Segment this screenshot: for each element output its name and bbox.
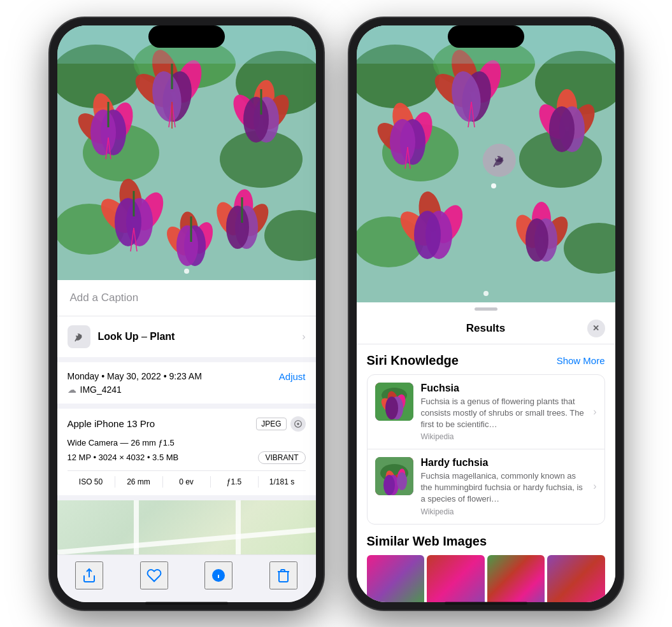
info-button[interactable]: ✦ <box>204 561 232 589</box>
svg-point-32 <box>115 198 141 246</box>
look-up-icon <box>68 325 90 348</box>
siri-knowledge-section: Siri Knowledge Show More <box>357 344 615 525</box>
camera-section: Apple iPhone 13 Pro JPEG Wide Camera — 2… <box>57 409 316 495</box>
similar-image-3[interactable] <box>487 555 545 602</box>
fuchsia-chevron-icon: › <box>593 406 596 418</box>
photo-filename: IMG_4241 <box>80 384 122 395</box>
camera-badges: JPEG <box>256 416 305 432</box>
results-header: Results ✕ <box>357 311 615 344</box>
svg-point-20 <box>90 109 116 155</box>
similar-images-title: Similar Web Images <box>367 534 605 549</box>
results-title: Results <box>385 322 587 335</box>
meta-section: Monday • May 30, 2022 • 9:23 AM Adjust ☁… <box>57 362 316 404</box>
home-indicator-right <box>445 602 527 605</box>
visual-lookup-dot <box>491 183 496 188</box>
fuchsia-name: Fuchsia <box>421 383 586 394</box>
svg-point-76 <box>390 119 415 165</box>
svg-point-83 <box>549 106 575 152</box>
svg-point-107 <box>383 475 395 495</box>
meta-date-row: Monday • May 30, 2022 • 9:23 AM Adjust <box>68 371 306 382</box>
exif-focal: 26 mm <box>115 476 163 488</box>
map-road-h <box>57 527 315 554</box>
flower-image-left <box>57 25 316 280</box>
fuchsia-source: Wikipedia <box>421 432 586 441</box>
vibrant-badge: VIBRANT <box>258 451 305 464</box>
svg-point-44 <box>176 225 198 266</box>
knowledge-item-hardy[interactable]: Hardy fuchsia Fuchsia magellanica, commo… <box>368 449 604 524</box>
format-badge: JPEG <box>256 418 286 430</box>
dynamic-island <box>148 25 225 48</box>
svg-point-27 <box>243 97 269 143</box>
camera-row: Apple iPhone 13 Pro JPEG <box>68 416 306 432</box>
exif-row: ISO 50 26 mm 0 ev ƒ1.5 1/181 s <box>68 470 306 488</box>
svg-point-39 <box>226 206 249 249</box>
phone-screen-right: Results ✕ Siri Knowledge Show More <box>357 25 615 602</box>
camera-model: Apple iPhone 13 Pro <box>68 418 155 429</box>
show-more-button[interactable]: Show More <box>557 355 605 366</box>
exif-shutter: 1/181 s <box>259 476 306 488</box>
hardy-content: Hardy fuchsia Fuchsia magellanica, commo… <box>421 457 586 516</box>
results-panel[interactable]: Results ✕ Siri Knowledge Show More <box>357 302 615 602</box>
exif-aperture: ƒ1.5 <box>211 476 259 488</box>
photo-area-left[interactable] <box>57 25 316 280</box>
similar-web-images-section: Similar Web Images <box>357 525 615 602</box>
map-section[interactable] <box>57 500 316 554</box>
left-phone: Add a Caption Look Up – Plant › <box>50 18 324 610</box>
caption-area[interactable]: Add a Caption <box>57 280 316 316</box>
map-background <box>57 500 316 554</box>
like-button[interactable] <box>140 561 168 589</box>
camera-lens: Wide Camera — 26 mm ƒ1.5 <box>68 438 306 447</box>
svg-point-101 <box>385 397 398 419</box>
photo-area-right[interactable] <box>357 25 615 302</box>
exif-ev: 0 ev <box>163 476 211 488</box>
bottom-toolbar: ✦ <box>57 554 316 602</box>
svg-point-109 <box>397 472 407 490</box>
similar-image-2[interactable] <box>427 555 485 602</box>
photo-dot-right <box>483 291 489 296</box>
map-road-v <box>134 500 139 554</box>
siri-section-header: Siri Knowledge Show More <box>367 353 605 368</box>
map-road-v2 <box>236 500 241 554</box>
siri-knowledge-title: Siri Knowledge <box>367 353 459 368</box>
knowledge-card: Fuchsia Fuchsia is a genus of flowering … <box>367 374 605 525</box>
info-scroll[interactable]: Look Up – Plant › Monday • May 30, 2022 … <box>57 316 316 554</box>
delete-button[interactable] <box>269 561 297 589</box>
photo-dot-indicator <box>184 269 189 274</box>
dynamic-island-right <box>448 25 524 48</box>
svg-point-88 <box>414 211 441 259</box>
flower-image-right <box>357 25 615 302</box>
fuchsia-description: Fuchsia is a genus of flowering plants t… <box>421 396 586 431</box>
svg-point-52 <box>297 423 299 425</box>
hardy-chevron-icon: › <box>593 481 596 492</box>
phone-screen-left: Add a Caption Look Up – Plant › <box>57 25 316 602</box>
photo-date: Monday • May 30, 2022 • 9:23 AM <box>68 371 202 381</box>
similar-image-4[interactable] <box>547 555 605 602</box>
hardy-thumbnail <box>375 457 413 495</box>
home-indicator-left <box>145 602 228 605</box>
hardy-description: Fuchsia magellanica, commonly known as t… <box>421 470 586 505</box>
cloud-icon: ☁ <box>68 384 76 395</box>
hardy-name: Hardy fuchsia <box>421 457 586 468</box>
meta-filename-row: ☁ IMG_4241 <box>68 384 306 395</box>
adjust-button[interactable]: Adjust <box>279 371 306 382</box>
exif-iso: ISO 50 <box>68 476 115 488</box>
similar-image-1[interactable] <box>367 555 425 602</box>
caption-placeholder[interactable]: Add a Caption <box>70 292 139 304</box>
knowledge-item-fuchsia[interactable]: Fuchsia Fuchsia is a genus of flowering … <box>368 375 604 450</box>
hardy-source: Wikipedia <box>421 507 586 516</box>
fuchsia-thumbnail <box>375 383 413 421</box>
svg-point-93 <box>525 218 548 262</box>
look-up-row[interactable]: Look Up – Plant › <box>57 316 316 357</box>
right-phone: Results ✕ Siri Knowledge Show More <box>349 18 623 610</box>
camera-resolution: 12 MP • 3024 × 4032 • 3.5 MB VIBRANT <box>68 451 306 464</box>
results-close-button[interactable]: ✕ <box>587 320 605 337</box>
fuchsia-content: Fuchsia Fuchsia is a genus of flowering … <box>421 383 586 442</box>
look-up-label: Look Up – Plant <box>98 331 175 342</box>
similar-images-row <box>367 555 605 602</box>
share-button[interactable] <box>75 561 103 589</box>
look-up-chevron-icon: › <box>302 331 305 342</box>
visual-lookup-badge[interactable] <box>482 144 515 177</box>
camera-settings-icon[interactable] <box>290 416 306 432</box>
